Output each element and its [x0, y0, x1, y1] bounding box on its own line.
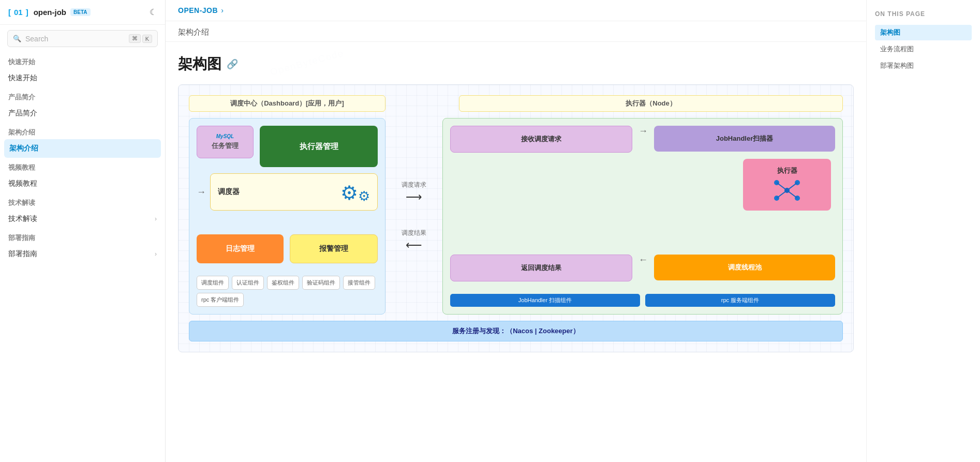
right-components-row: JobHandler 扫描组件 rpc 服务端组件: [450, 294, 835, 307]
diagram-main-row: MySQL 任务管理 执行器管理 → 调度器 ⚙: [189, 118, 843, 315]
search-box[interactable]: 🔍 Search ⌘ K: [7, 30, 158, 47]
moon-icon[interactable]: ☾: [150, 7, 157, 17]
sidebar-section-product: 产品简介: [0, 87, 165, 104]
toc-item-deploy-arch[interactable]: 部署架构图: [875, 58, 972, 73]
sidebar-section-deploy: 部署指南: [0, 228, 165, 245]
toc-title: ON THIS PAGE: [875, 10, 972, 18]
logo-bracket-close: ]: [26, 8, 28, 17]
logo-num: 01: [14, 8, 23, 17]
network-svg-icon: [771, 177, 803, 203]
receive-req-box: 接收调度请求: [450, 126, 632, 153]
dispatch-req-arrow: 调度请求 ⟶: [402, 181, 426, 204]
comp-rpc-client: rpc 客户端组件: [197, 293, 244, 307]
service-row: 服务注册与发现：（Nacos | Zookeeper）: [189, 321, 843, 341]
right-comp-jobhandler: JobHandler 扫描组件: [450, 294, 640, 307]
right-panel-executor: 接收调度请求 → JobHandler扫描器 执行器: [442, 118, 843, 315]
diagram-header-row: 调度中心（Dashboard）[应用，用户] 执行器（Node）: [189, 95, 843, 112]
sidebar-section-video: 视频教程: [0, 158, 165, 174]
toc-sidebar: ON THIS PAGE 架构图 业务流程图 部署架构图: [866, 0, 980, 462]
toc-item-business-flow[interactable]: 业务流程图: [875, 41, 972, 57]
sidebar-item-quickstart[interactable]: 快速开始: [0, 69, 165, 87]
executor-mgmt-box: 执行器管理: [260, 126, 378, 167]
return-result-box: 返回调度结果: [450, 255, 632, 281]
page-title: 架构图 🔗: [178, 54, 854, 74]
comp-auth: 认证组件: [232, 276, 264, 290]
main-content: OPEN-JOB › 架构介绍 OpenByteCode OpenByteCod…: [166, 0, 866, 462]
architecture-diagram: 调度中心（Dashboard）[应用，用户] 执行器（Node） MySQL 任…: [178, 84, 854, 352]
sidebar-section-quickstart: 快速开始: [0, 52, 165, 69]
scheduler-box: 调度器 ⚙ ⚙: [210, 173, 378, 211]
left-top-row: MySQL 任务管理 执行器管理: [197, 126, 378, 167]
executor-node-row: 执行器: [450, 159, 835, 211]
sidebar-item-tech[interactable]: 技术解读 ›: [0, 210, 165, 228]
kbd-cmd: ⌘: [129, 34, 141, 43]
beta-badge: BETA: [70, 8, 90, 16]
sidebar-header: [01] open-job BETA ☾: [0, 0, 165, 25]
arrows-connector: 调度请求 ⟶ 调度结果 ⟵: [385, 118, 442, 315]
dispatch-result-arrow: 调度结果 ⟵: [402, 229, 426, 252]
job-handler-scanner-box: JobHandler扫描器: [654, 126, 835, 152]
arrow-to-scheduler: →: [197, 187, 206, 198]
sidebar-item-video[interactable]: 视频教程: [0, 174, 165, 193]
svg-line-7: [777, 190, 787, 198]
svg-line-5: [777, 183, 787, 190]
bottom-boxes: 日志管理 报警管理: [197, 234, 378, 263]
arrow-from-pool: ←: [639, 255, 648, 265]
svg-line-8: [787, 190, 797, 198]
left-panel-scheduler: MySQL 任务管理 执行器管理 → 调度器 ⚙: [189, 118, 385, 315]
anchor-link-icon[interactable]: 🔗: [227, 58, 238, 70]
gear-small-icon: ⚙: [358, 189, 370, 203]
logo-name: open-job: [34, 8, 66, 17]
gear-large-icon: ⚙: [340, 183, 358, 203]
thread-pool-box: 调度线程池: [654, 255, 835, 280]
gear-icons: ⚙ ⚙: [340, 181, 370, 203]
sidebar-section-tech: 技术解读: [0, 193, 165, 210]
mysql-label: MySQL: [203, 133, 247, 139]
diagram-header-executor: 执行器（Node）: [459, 95, 843, 112]
sidebar-item-arch[interactable]: 架构介绍: [4, 139, 161, 158]
breadcrumb-parent[interactable]: OPEN-JOB: [178, 6, 218, 14]
arrow-right-icon: ⟶: [406, 190, 422, 204]
search-placeholder-text: Search: [25, 35, 125, 43]
chevron-right-deploy-icon: ›: [155, 250, 157, 258]
diagram-header-scheduler: 调度中心（Dashboard）[应用，用户]: [189, 95, 385, 112]
right-comp-rpc-server: rpc 服务端组件: [645, 294, 835, 307]
scheduler-row: → 调度器 ⚙ ⚙: [197, 173, 378, 211]
right-top-row: 接收调度请求 → JobHandler扫描器: [450, 126, 835, 153]
sidebar-section-arch: 架构介绍: [0, 123, 165, 139]
search-keyboard-shortcut: ⌘ K: [129, 34, 152, 43]
log-mgmt-box: 日志管理: [197, 234, 284, 263]
sidebar-item-deploy[interactable]: 部署指南 ›: [0, 245, 165, 263]
comp-captcha: 验证码组件: [302, 276, 340, 290]
svg-line-6: [787, 183, 797, 190]
task-mgmt-box: MySQL 任务管理: [197, 126, 254, 158]
topbar: OPEN-JOB ›: [166, 0, 866, 21]
dispatch-result-label: 调度结果: [402, 229, 426, 237]
chevron-right-icon: ›: [155, 215, 157, 222]
alert-mgmt-box: 报警管理: [290, 234, 378, 263]
breadcrumb-separator: ›: [221, 6, 224, 14]
comp-perm: 鉴权组件: [267, 276, 299, 290]
sidebar-item-product[interactable]: 产品简介: [0, 104, 165, 123]
kbd-k: K: [142, 35, 152, 43]
sidebar-logo: [01] open-job: [8, 8, 66, 17]
search-icon: 🔍: [13, 35, 21, 42]
comp-manage: 接管组件: [343, 276, 375, 290]
comp-scheduler: 调度组件: [197, 276, 229, 290]
logo-bracket-open: [: [8, 8, 11, 17]
right-bottom-row: 返回调度结果 ← 调度线程池: [450, 255, 835, 281]
content-area: OpenByteCode OpenByteCode OpenByteCode O…: [166, 42, 866, 365]
arrow-to-scanner: →: [639, 126, 648, 137]
executor-node-box: 执行器: [743, 159, 831, 211]
page-header-label: 架构介绍: [166, 21, 866, 42]
sidebar: [01] open-job BETA ☾ 🔍 Search ⌘ K 快速开始 快…: [0, 0, 166, 462]
left-components-row: 调度组件 认证组件 鉴权组件 验证码组件 接管组件 rpc 客户端组件: [197, 276, 378, 307]
dispatch-req-label: 调度请求: [402, 181, 426, 189]
arrow-left-icon: ⟵: [406, 239, 422, 252]
toc-item-arch-diagram[interactable]: 架构图: [875, 25, 972, 40]
